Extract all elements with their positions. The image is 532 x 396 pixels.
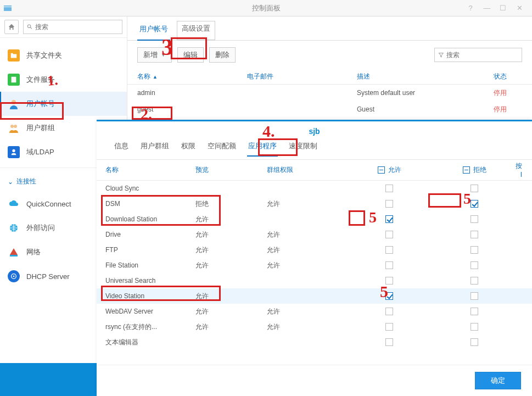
deny-checkbox[interactable]	[471, 231, 478, 238]
svg-line-3	[30, 27, 32, 29]
app-row[interactable]: File Station允许允许	[97, 258, 532, 273]
allow-checkbox[interactable]	[385, 231, 393, 238]
table-row[interactable]: guestGuest停用	[127, 101, 532, 118]
sidebar-item-label: 用户帐号	[26, 99, 55, 109]
col-app-group[interactable]: 群组权限	[267, 165, 345, 175]
deny-checkbox[interactable]	[471, 215, 478, 223]
deny-checkbox[interactable]	[471, 292, 478, 300]
delete-button[interactable]: 删除	[209, 47, 236, 63]
chevron-down-icon: ▼	[161, 52, 166, 58]
user-edit-modal: sjb 信息用户群组权限空间配额应用程序速度限制 名称 预览 群组权限 允许 拒…	[97, 120, 532, 396]
col-app-allow[interactable]: 允许	[345, 165, 433, 175]
header-checkbox-icon[interactable]	[463, 166, 470, 174]
allow-checkbox[interactable]	[385, 261, 393, 269]
help-icon[interactable]: ?	[467, 4, 474, 12]
svg-point-8	[12, 149, 15, 152]
sidebar-item-label: 用户群组	[26, 123, 55, 133]
filter-input[interactable]	[446, 51, 518, 59]
titlebar: 控制面板 ? — ☐ ✕	[0, 0, 532, 16]
deny-checkbox[interactable]	[471, 308, 478, 315]
group-icon	[8, 122, 20, 134]
allow-checkbox[interactable]	[385, 200, 393, 208]
edit-button[interactable]: 编辑	[177, 47, 204, 63]
app-row[interactable]: 文本编辑器	[97, 334, 532, 350]
allow-checkbox[interactable]	[385, 338, 393, 346]
svg-point-12	[13, 276, 15, 277]
sidebar-item-label: 外部访问	[26, 223, 55, 233]
svg-rect-0	[4, 5, 12, 11]
header-checkbox-icon[interactable]	[378, 166, 385, 174]
svg-point-7	[14, 125, 17, 128]
allow-checkbox[interactable]	[385, 277, 393, 285]
sidebar-item-file-services[interactable]: 文件服务	[0, 68, 127, 92]
sidebar-item-label: 文件服务	[26, 75, 55, 85]
svg-point-5	[12, 100, 16, 104]
close-icon[interactable]: ✕	[516, 4, 523, 12]
allow-checkbox[interactable]	[385, 323, 393, 331]
app-row[interactable]: Cloud Sync	[97, 181, 532, 196]
col-app-deny[interactable]: 拒绝	[433, 165, 516, 175]
window-controls: ? — ☐ ✕	[463, 4, 532, 12]
sidebar-item-label: 共享文件夹	[26, 51, 62, 60]
grid-header: 名称 ▲ 电子邮件 描述 状态	[127, 69, 532, 85]
tab-advanced[interactable]: 高级设置	[177, 21, 215, 40]
deny-checkbox[interactable]	[471, 338, 478, 346]
globe-icon	[8, 222, 20, 234]
allow-checkbox[interactable]	[385, 185, 393, 192]
allow-checkbox[interactable]	[385, 246, 393, 254]
home-button[interactable]	[4, 20, 19, 34]
app-row[interactable]: DSM拒绝允许	[97, 196, 532, 211]
table-row[interactable]: adminSystem default user停用	[127, 85, 532, 101]
app-icon	[3, 4, 12, 13]
user-icon	[8, 98, 20, 110]
deny-checkbox[interactable]	[471, 246, 478, 254]
minimize-icon[interactable]: —	[483, 4, 491, 12]
modal-tab[interactable]: 信息	[113, 139, 130, 156]
dhcp-icon	[8, 270, 20, 282]
col-app-name[interactable]: 名称	[102, 165, 195, 175]
deny-checkbox[interactable]	[471, 200, 478, 208]
maximize-icon[interactable]: ☐	[499, 4, 507, 12]
app-row[interactable]: Drive允许允许	[97, 227, 532, 242]
col-desc[interactable]: 描述	[357, 72, 478, 81]
filter-search[interactable]	[434, 48, 522, 62]
cloud-icon	[8, 198, 20, 210]
app-row[interactable]: Download Station允许	[97, 211, 532, 227]
app-row[interactable]: Video Station允许	[97, 288, 532, 304]
sidebar-item-label: DHCP Server	[26, 272, 70, 281]
col-app-byip[interactable]: 按 I	[516, 161, 527, 179]
sidebar-item-user[interactable]: 用户帐号	[0, 92, 127, 116]
col-app-preview[interactable]: 预览	[195, 165, 267, 175]
svg-point-6	[10, 125, 14, 128]
modal-tab[interactable]: 空间配额	[206, 139, 237, 156]
deny-checkbox[interactable]	[471, 277, 478, 285]
chevron-down-icon: ⌄	[8, 178, 13, 186]
allow-checkbox[interactable]	[385, 292, 393, 300]
sidebar-search[interactable]	[23, 20, 122, 34]
sidebar-search-input[interactable]	[35, 23, 119, 31]
col-email[interactable]: 电子邮件	[247, 72, 357, 81]
deny-checkbox[interactable]	[471, 261, 478, 269]
modal-title: sjb	[97, 121, 532, 139]
allow-checkbox[interactable]	[385, 215, 393, 223]
window-title: 控制面板	[252, 3, 281, 13]
modal-tab[interactable]: 用户群组	[139, 139, 170, 156]
app-row[interactable]: WebDAV Server允许允许	[97, 304, 532, 319]
modal-tab[interactable]: 权限	[180, 139, 197, 156]
appgrid-header: 名称 预览 群组权限 允许 拒绝 按 I	[97, 160, 532, 181]
col-status[interactable]: 状态	[478, 72, 522, 81]
ok-button[interactable]: 确定	[475, 372, 521, 389]
modal-tab[interactable]: 速度限制	[288, 139, 318, 156]
modal-tab[interactable]: 应用程序	[247, 139, 278, 157]
deny-checkbox[interactable]	[471, 323, 478, 331]
app-row[interactable]: Universal Search	[97, 273, 532, 288]
file-service-icon	[8, 74, 20, 86]
tab-user[interactable]: 用户帐号	[137, 21, 170, 41]
app-row[interactable]: rsync (在支持的...允许允许	[97, 319, 532, 334]
sidebar-item-shared-folder[interactable]: 共享文件夹	[0, 43, 127, 68]
app-row[interactable]: FTP允许允许	[97, 242, 532, 258]
allow-checkbox[interactable]	[385, 308, 393, 315]
deny-checkbox[interactable]	[471, 185, 478, 192]
col-name[interactable]: 名称 ▲	[137, 72, 247, 81]
add-button[interactable]: 新增▼	[137, 47, 172, 63]
